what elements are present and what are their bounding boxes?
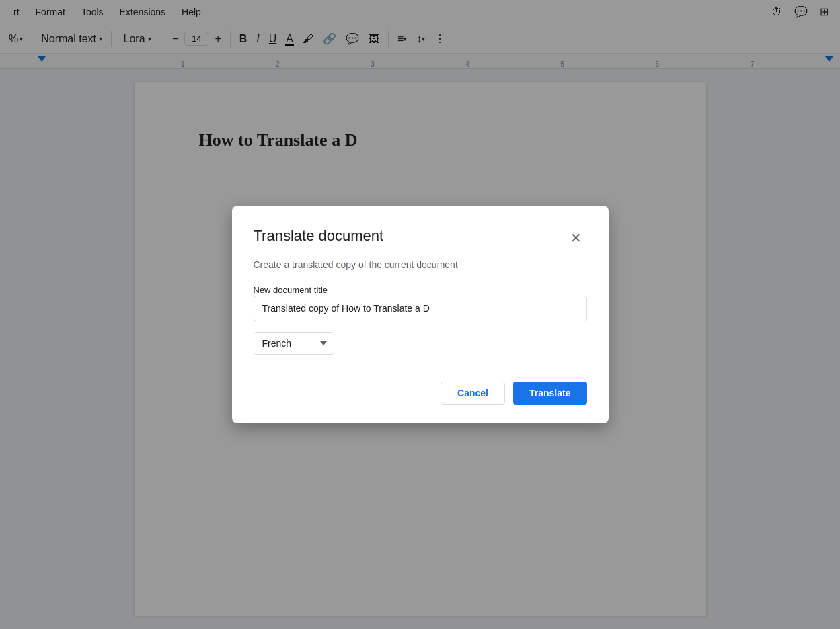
new-title-input[interactable]	[254, 296, 587, 321]
cancel-button[interactable]: Cancel	[441, 382, 505, 405]
translate-dialog: Translate document ✕ Create a translated…	[232, 206, 609, 423]
dialog-title: Translate document	[254, 227, 384, 245]
dialog-footer: Cancel Translate	[254, 382, 587, 405]
field-label: New document title	[254, 285, 328, 295]
language-select[interactable]: French Spanish German Italian Portuguese…	[254, 332, 334, 355]
translate-button[interactable]: Translate	[513, 382, 586, 405]
dialog-header: Translate document ✕	[254, 227, 587, 249]
modal-overlay: Translate document ✕ Create a translated…	[0, 0, 840, 629]
close-button[interactable]: ✕	[566, 227, 587, 249]
dialog-subtitle: Create a translated copy of the current …	[254, 259, 587, 270]
